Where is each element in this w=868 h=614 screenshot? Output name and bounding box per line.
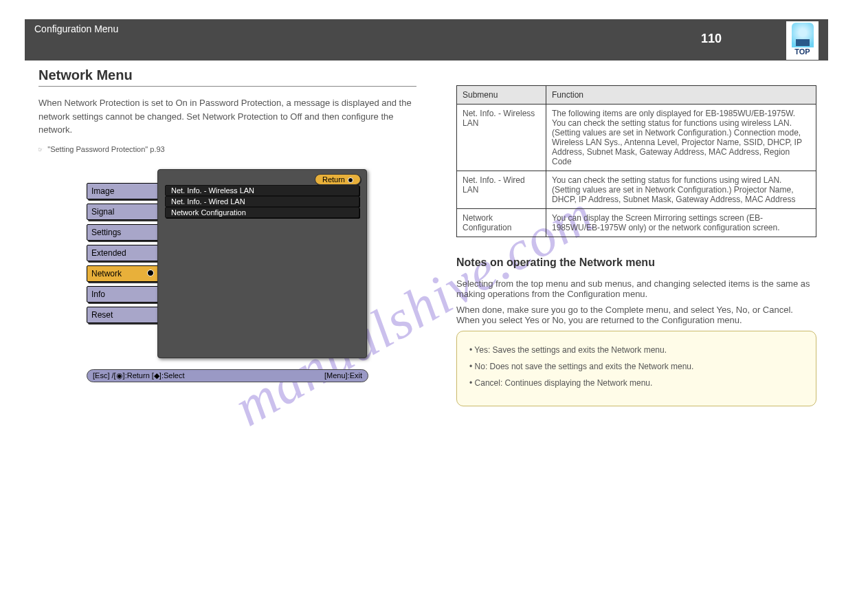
notes-subtitle: Selecting from the top menu and sub menu…: [456, 278, 816, 299]
footer-right-text: [Menu]:Exit: [324, 371, 362, 380]
note-bullet: • Yes: Saves the settings and exits the …: [469, 344, 803, 356]
left-column: Network Menu When Network Protection is …: [38, 67, 416, 382]
cell-submenu: Network Configuration: [457, 209, 546, 237]
menu-tab-settings: Settings: [87, 224, 159, 241]
menu-tab-image: Image: [87, 183, 159, 199]
panel-items: Net. Info. - Wireless LAN Net. Info. - W…: [165, 185, 359, 218]
title-underline: [38, 86, 416, 87]
menu-tab-reset: Reset: [87, 307, 159, 323]
table-row: Network Configuration You can display th…: [457, 209, 816, 237]
top-badge-button[interactable]: TOP: [786, 21, 819, 60]
notes-title: Notes on operating the Network menu: [456, 256, 816, 269]
info-table: Submenu Function Net. Info. - Wireless L…: [456, 85, 816, 237]
return-dot-icon: [348, 177, 353, 183]
cell-submenu: Net. Info. - Wired LAN: [457, 171, 546, 209]
menu-tab-signal: Signal: [87, 204, 159, 220]
menu-panel: Return Net. Info. - Wireless LAN Net. In…: [157, 169, 367, 358]
cross-reference-link[interactable]: ☞ "Setting Password Protection" p.93: [38, 144, 416, 156]
menu-tab-extended: Extended: [87, 245, 159, 261]
osd-footer-bar: [Esc] /[◉]:Return [◆]:Select [Menu]:Exit: [87, 369, 368, 382]
menu-tabs: Image Signal Settings Extended Network I…: [87, 183, 159, 327]
select-dot-icon: [147, 270, 154, 276]
cell-submenu: Net. Info. - Wireless LAN: [457, 105, 546, 171]
top-label: TOP: [786, 47, 819, 56]
note-bullet: • No: Does not save the settings and exi…: [469, 360, 803, 373]
panel-item: Net. Info. - Wired LAN: [165, 196, 359, 207]
table-header-function: Function: [546, 86, 816, 105]
table-row: Net. Info. - Wired LAN You can check the…: [457, 171, 816, 209]
page-number: 110: [701, 32, 722, 46]
note-bullet: • Cancel: Continues displaying the Netwo…: [469, 377, 803, 389]
intro-paragraph: When Network Protection is set to On in …: [38, 96, 416, 137]
cell-function: The following items are only displayed f…: [546, 105, 816, 171]
notes-subtitle-2: When done, make sure you go to the Compl…: [456, 305, 816, 325]
cell-function: You can display the Screen Mirroring set…: [546, 209, 816, 237]
header-bar: Configuration Menu 110 TOP: [25, 19, 828, 61]
section-title: Network Menu: [38, 67, 416, 83]
cell-function: You can check the setting status for fun…: [546, 171, 816, 209]
home-top-icon: [792, 23, 814, 47]
panel-item: Network Configuration: [165, 207, 359, 218]
footer-left-text: [Esc] /[◉]:Return [◆]:Select: [93, 371, 185, 380]
menu-tab-network: Network: [87, 265, 159, 282]
menu-tab-info: Info: [87, 286, 159, 303]
table-row: Net. Info. - Wireless LAN The following …: [457, 105, 816, 171]
table-header-row: Submenu Function: [457, 86, 816, 105]
panel-item: Net. Info. - Wireless LAN: [165, 185, 359, 196]
table-header-submenu: Submenu: [457, 86, 546, 105]
osd-screenshot: Image Signal Settings Extended Network I…: [87, 169, 368, 382]
right-column: Submenu Function Net. Info. - Wireless L…: [456, 85, 816, 406]
note-box: • Yes: Saves the settings and exits the …: [456, 331, 816, 406]
header-title: Configuration Menu: [34, 23, 118, 34]
return-button: Return: [315, 174, 361, 185]
